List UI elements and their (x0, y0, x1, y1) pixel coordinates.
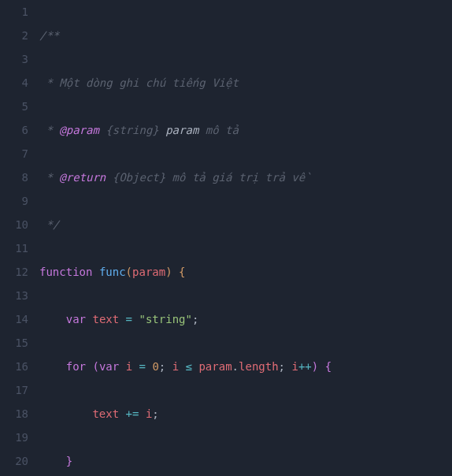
punctuation-token: . (232, 360, 239, 373)
code-line[interactable]: */ (39, 213, 452, 236)
line-number: 9 (0, 189, 28, 213)
line-number: 2 (0, 24, 28, 47)
param-token: param (132, 266, 165, 278)
whitespace (119, 407, 125, 420)
comment-token: * Một dòng ghi chú tiếng Việt (39, 76, 239, 89)
operator-token: = (126, 313, 132, 325)
code-line[interactable]: function func(param) { (39, 260, 452, 284)
code-content[interactable]: /** * Một dòng ghi chú tiếng Việt * @par… (39, 0, 452, 476)
line-number: 13 (0, 284, 28, 307)
whitespace (119, 313, 125, 325)
comment-token: mô tả (198, 124, 239, 136)
whitespace (172, 266, 179, 278)
jsdoc-type-token: {string} (106, 124, 158, 136)
variable-token: text (92, 313, 119, 325)
keyword-token: function (39, 266, 92, 278)
whitespace (39, 407, 92, 420)
line-number: 19 (0, 426, 28, 449)
punctuation-token: ; (279, 360, 285, 373)
operator-token: += (126, 407, 139, 420)
line-number: 4 (0, 71, 28, 95)
code-line[interactable]: * @return {Object} mô tả giá trị trả về (39, 165, 452, 189)
bracket-token: { (325, 360, 332, 373)
jsdoc-type-token: {Object} (113, 171, 165, 184)
number-token: 0 (152, 360, 158, 373)
operator-token: ++ (298, 360, 312, 373)
code-line[interactable]: } (39, 449, 452, 473)
punctuation-token: ; (159, 360, 165, 373)
bracket-token: ( (126, 266, 132, 278)
comment-token (159, 124, 165, 136)
line-number: 6 (0, 118, 28, 142)
whitespace (318, 360, 324, 373)
line-number: 5 (0, 95, 28, 118)
jsdoc-tag-token: @param (59, 124, 99, 136)
line-number: 7 (0, 142, 28, 165)
whitespace (132, 360, 139, 373)
keyword-token: var (66, 313, 86, 325)
variable-token: param (198, 360, 232, 373)
comment-token: * (39, 171, 59, 184)
bracket-token: ( (92, 360, 98, 373)
line-number: 11 (0, 236, 28, 260)
comment-token: /** (39, 29, 59, 42)
code-line[interactable]: /** (39, 24, 452, 47)
line-number: 8 (0, 165, 28, 189)
variable-token: i (172, 360, 179, 373)
bracket-token: { (179, 266, 185, 278)
whitespace (165, 360, 172, 373)
keyword-token: for (66, 360, 86, 373)
punctuation-token: ; (192, 313, 198, 325)
line-number: 18 (0, 402, 28, 426)
whitespace (179, 360, 185, 373)
code-line[interactable]: var text = "string"; (39, 307, 452, 331)
line-number: 10 (0, 213, 28, 236)
variable-token: text (92, 407, 119, 420)
code-line[interactable]: text += i; (39, 402, 452, 426)
string-token: "string" (139, 313, 191, 325)
whitespace (119, 360, 125, 373)
comment-token: */ (39, 218, 59, 231)
code-line[interactable]: * @param {string} param mô tả (39, 118, 452, 142)
line-number-gutter: 1 2 3 4 5 6 7 8 9 10 11 12 13 14 15 16 1… (0, 0, 39, 476)
code-editor[interactable]: 1 2 3 4 5 6 7 8 9 10 11 12 13 14 15 16 1… (0, 0, 452, 476)
jsdoc-param-token: param (165, 124, 198, 136)
line-number: 15 (0, 331, 28, 355)
line-number: 3 (0, 47, 28, 71)
comment-token: * (39, 124, 59, 136)
line-number: 16 (0, 355, 28, 378)
comment-token: mô tả giá trị trả về (165, 171, 305, 184)
whitespace (39, 313, 66, 325)
code-line[interactable]: for (var i = 0; i ≤ param.length; i++) { (39, 355, 452, 378)
line-number: 20 (0, 449, 28, 473)
variable-token: i (126, 360, 132, 373)
bracket-token: } (66, 455, 72, 467)
bracket-token: ) (312, 360, 318, 373)
line-number: 14 (0, 307, 28, 331)
keyword-token: var (99, 360, 119, 373)
bracket-token: ) (165, 266, 172, 278)
operator-token: ≤ (186, 360, 192, 373)
jsdoc-tag-token: @return (59, 171, 106, 184)
line-number: 17 (0, 378, 28, 402)
function-name-token: func (99, 266, 126, 278)
property-token: length (239, 360, 279, 373)
punctuation-token: ; (152, 407, 158, 420)
code-line[interactable]: * Một dòng ghi chú tiếng Việt (39, 71, 452, 95)
line-number: 12 (0, 260, 28, 284)
whitespace (139, 407, 145, 420)
whitespace (39, 360, 66, 373)
whitespace (39, 455, 66, 467)
line-number: 1 (0, 0, 28, 24)
operator-token: = (139, 360, 146, 373)
comment-token (106, 171, 112, 184)
variable-token: i (291, 360, 298, 373)
whitespace (92, 266, 98, 278)
